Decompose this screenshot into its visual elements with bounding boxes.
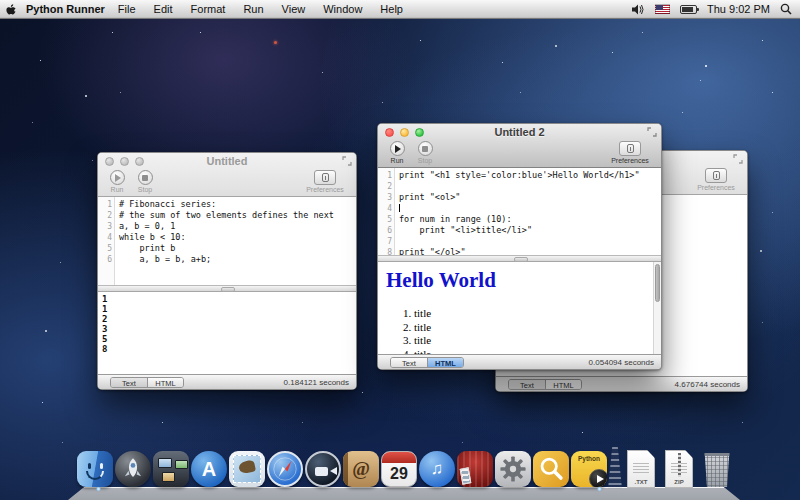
output-line: 3: [102, 324, 352, 334]
code-line[interactable]: while b < 10:: [119, 232, 356, 243]
fullscreen-icon[interactable]: [342, 156, 352, 166]
preferences-button[interactable]: Preferences: [690, 168, 742, 191]
output-mode-switch: Text HTML: [508, 379, 582, 390]
dock-python-runner-icon[interactable]: Python: [569, 449, 609, 489]
menu-view[interactable]: View: [282, 3, 306, 15]
toolbar: Run Stop Preferences: [378, 140, 661, 167]
output-line: 8: [102, 344, 352, 354]
dock-trash-icon[interactable]: [697, 449, 737, 489]
run-button[interactable]: Run: [384, 141, 410, 164]
titlebar-untitled[interactable]: Untitled: [98, 153, 356, 169]
line-number-gutter: 12 34 56: [98, 197, 115, 285]
minimize-button[interactable]: [120, 157, 129, 166]
fullscreen-icon[interactable]: [733, 154, 743, 164]
code-line[interactable]: # Fibonacci series:: [119, 199, 356, 210]
close-button[interactable]: [385, 128, 394, 137]
pane-splitter[interactable]: [378, 255, 661, 262]
code-line[interactable]: print "<h1 style='color:blue'>Hello Worl…: [399, 170, 661, 181]
menu-window[interactable]: Window: [323, 3, 362, 15]
dock-system-preferences-icon[interactable]: [493, 449, 533, 489]
code-line[interactable]: a, b = b, a+b;: [119, 254, 356, 265]
dock-finder-icon[interactable]: [75, 449, 115, 489]
menu-run[interactable]: Run: [243, 3, 263, 15]
apple-menu[interactable]: [0, 2, 22, 17]
fullscreen-icon[interactable]: [647, 127, 657, 137]
tab-html[interactable]: HTML: [147, 378, 183, 387]
dock-ical-icon[interactable]: 29: [379, 449, 419, 489]
menu-file[interactable]: File: [118, 3, 136, 15]
code-editor[interactable]: 12 34 56 # Fibonacci series: # the sum o…: [98, 197, 356, 285]
pane-splitter[interactable]: [98, 285, 356, 292]
zoom-button[interactable]: [135, 157, 144, 166]
dock-txt-file-icon[interactable]: .TXT: [621, 449, 661, 489]
tab-html[interactable]: HTML: [545, 380, 581, 389]
menu-clock[interactable]: Thu 9:02 PM: [707, 3, 770, 15]
code-line[interactable]: # the sum of two elements defines the ne…: [119, 210, 356, 221]
output-pane[interactable]: 1 1 2 3 5 8: [98, 292, 356, 374]
dock-itunes-icon[interactable]: ♫: [417, 449, 457, 489]
stop-button[interactable]: Stop: [132, 170, 158, 193]
status-bar: Text HTML 4.676744 seconds: [496, 376, 747, 391]
code-line[interactable]: for num in range (10):: [399, 214, 661, 225]
desktop: Python Runner File Edit Format Run View …: [0, 0, 800, 500]
dock-zip-file-icon[interactable]: ZIP: [659, 449, 699, 489]
stop-button[interactable]: Stop: [412, 141, 438, 164]
dock-app-store-icon[interactable]: A: [189, 449, 229, 489]
code-line[interactable]: a, b = 0, 1: [119, 221, 356, 232]
keyboard-layout-flag-icon[interactable]: [655, 4, 670, 14]
tab-html[interactable]: HTML: [427, 358, 463, 367]
menu-edit[interactable]: Edit: [154, 3, 173, 15]
output-line: 1: [102, 294, 352, 304]
status-bar: Text HTML 0.054094 seconds: [378, 354, 661, 369]
menu-format[interactable]: Format: [191, 3, 226, 15]
preferences-button[interactable]: Preferences: [604, 141, 656, 164]
dock-facetime-icon[interactable]: [303, 449, 343, 489]
preferences-icon: [627, 144, 634, 153]
dock-safari-icon[interactable]: [265, 449, 305, 489]
volume-icon[interactable]: [632, 4, 645, 15]
dock-photo-booth-icon[interactable]: [455, 449, 495, 489]
output-line: 2: [102, 314, 352, 324]
code-line[interactable]: print "<ol>": [399, 192, 661, 203]
spotlight-icon[interactable]: [780, 3, 792, 15]
dock-mission-control-icon[interactable]: [151, 449, 191, 489]
html-output-list: title title title title title title: [414, 307, 653, 354]
list-item: title: [414, 321, 653, 335]
dock-file-search-icon[interactable]: [531, 449, 571, 489]
code-line[interactable]: print "</ol>": [399, 247, 661, 255]
execution-time: 0.054094 seconds: [589, 358, 654, 367]
menu-app-name[interactable]: Python Runner: [26, 3, 105, 15]
red-star: [274, 41, 277, 44]
code-line[interactable]: print "<li>title</li>": [399, 225, 661, 236]
finder-running-indicator: [96, 487, 101, 491]
code-editor[interactable]: 12 34 56 78 print "<h1 style='color:blue…: [378, 168, 661, 255]
code-line[interactable]: print b: [119, 243, 356, 254]
html-output-pane[interactable]: Hello World title title title title titl…: [378, 262, 661, 354]
scrollbar[interactable]: [653, 262, 661, 354]
tab-text[interactable]: Text: [391, 358, 427, 367]
window-untitled-2[interactable]: Untitled 2 Run Stop Preferences: [377, 123, 662, 370]
run-button[interactable]: Run: [104, 170, 130, 193]
code-line[interactable]: [399, 203, 661, 214]
tab-text[interactable]: Text: [509, 380, 545, 389]
titlebar-untitled-2[interactable]: Untitled 2: [378, 124, 661, 140]
battery-icon[interactable]: [680, 5, 697, 14]
window-untitled[interactable]: Untitled Run Stop Preferences: [97, 152, 357, 390]
dock-address-book-icon[interactable]: @: [341, 449, 381, 489]
dock-mail-icon[interactable]: [227, 449, 267, 489]
apple-icon: [6, 4, 17, 17]
code-line[interactable]: [399, 236, 661, 247]
menu-help[interactable]: Help: [380, 3, 403, 15]
zoom-button[interactable]: [415, 128, 424, 137]
dock-launchpad-icon[interactable]: [113, 449, 153, 489]
output-line: 5: [102, 334, 352, 344]
code-line[interactable]: [399, 181, 661, 192]
preferences-button[interactable]: Preferences: [299, 170, 351, 193]
minimize-button[interactable]: [400, 128, 409, 137]
output-line: 1: [102, 304, 352, 314]
dock-divider: [608, 447, 622, 489]
scrollbar-thumb[interactable]: [655, 264, 660, 302]
close-button[interactable]: [105, 157, 114, 166]
tab-text[interactable]: Text: [111, 378, 147, 387]
play-icon: [395, 145, 401, 153]
